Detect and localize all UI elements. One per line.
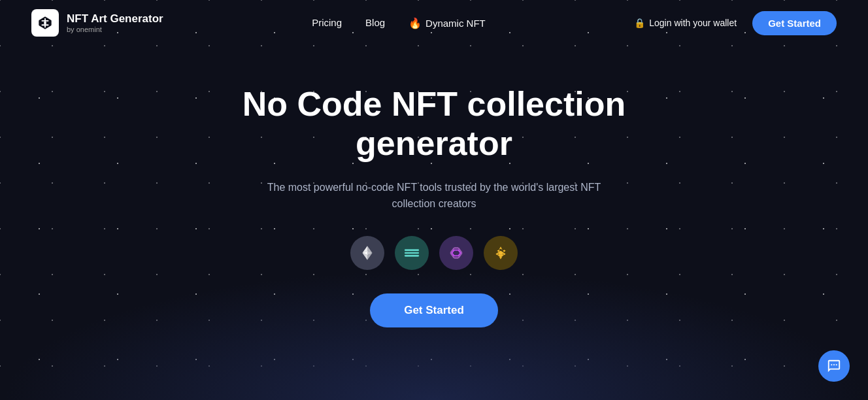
nav-item-blog[interactable]: Blog [365, 17, 385, 29]
logo-area: NFT Art Generator by onemint [31, 9, 163, 37]
nav-right: 🔒 Login with your wallet Get Started [634, 11, 837, 35]
nav-links: Pricing Blog 🔥 Dynamic NFT [312, 17, 486, 29]
chain-icon-ethereum [350, 236, 384, 270]
hero-subtitle: The most powerful no-code NFT tools trus… [251, 179, 617, 212]
chain-icon-bnb [484, 236, 518, 270]
chain-icons [350, 236, 518, 270]
login-label: Login with your wallet [649, 18, 737, 28]
dynamic-nft-link[interactable]: Dynamic NFT [426, 18, 486, 29]
hero-title: No Code NFT collection generator [205, 85, 663, 163]
blog-link[interactable]: Blog [365, 17, 385, 28]
hero-section: No Code NFT collection generator The mos… [0, 46, 868, 327]
chat-support-button[interactable] [818, 350, 850, 382]
navbar: NFT Art Generator by onemint Pricing Blo… [0, 0, 868, 46]
chain-icon-polygon [439, 236, 473, 270]
nav-item-dynamic-nft[interactable]: 🔥 Dynamic NFT [409, 17, 486, 29]
logo-title: NFT Art Generator [67, 12, 163, 25]
chat-icon [827, 359, 841, 373]
logo-text: NFT Art Generator by onemint [67, 12, 163, 33]
get-started-nav-button[interactable]: Get Started [752, 11, 837, 35]
nav-item-pricing[interactable]: Pricing [312, 17, 342, 29]
logo-icon [31, 9, 59, 37]
svg-rect-1 [44, 22, 46, 24]
logo-subtitle: by onemint [67, 25, 163, 33]
login-link[interactable]: 🔒 Login with your wallet [634, 18, 737, 28]
chain-icon-stellar [395, 236, 429, 270]
pricing-link[interactable]: Pricing [312, 17, 342, 28]
lock-icon: 🔒 [634, 18, 645, 28]
get-started-hero-button[interactable]: Get Started [370, 293, 498, 327]
fire-icon: 🔥 [409, 17, 422, 29]
